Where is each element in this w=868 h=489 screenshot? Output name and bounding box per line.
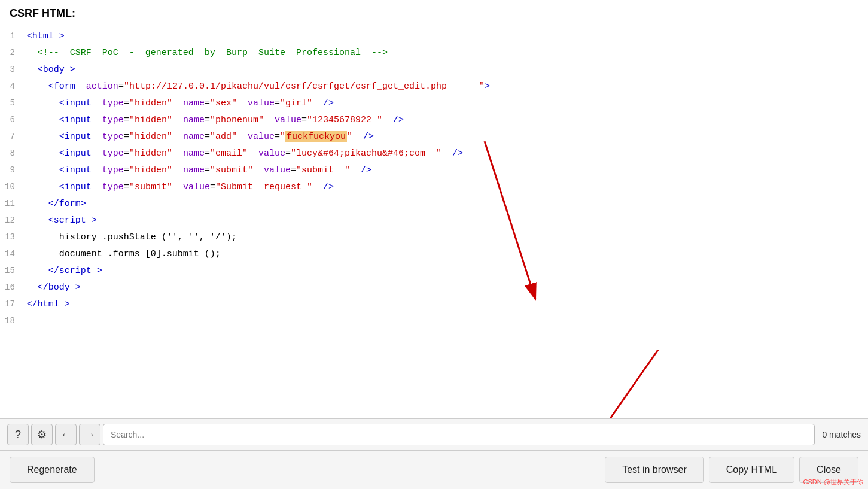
forward-button[interactable]: →: [79, 424, 100, 445]
line-content: <form action="http://127.0.0.1/pikachu/v…: [25, 80, 868, 97]
line-content: document .forms [0].submit ();: [25, 248, 868, 265]
table-row: 5 <input type="hidden" name="sex" value=…: [0, 97, 868, 114]
line-number: 3: [0, 63, 25, 80]
line-content: [25, 315, 868, 332]
line-content: </body >: [25, 281, 868, 298]
table-row: 10 <input type="submit" value="Submit re…: [0, 181, 868, 198]
line-number: 9: [0, 164, 25, 181]
settings-button[interactable]: ⚙: [31, 424, 53, 445]
table-row: 8 <input type="hidden" name="email" valu…: [0, 147, 868, 164]
match-count: 0 matches: [822, 430, 861, 439]
line-number: 5: [0, 97, 25, 114]
line-number: 15: [0, 265, 25, 281]
line-content: </script >: [25, 265, 868, 281]
test-in-browser-button[interactable]: Test in browser: [605, 457, 704, 483]
line-content: <input type="hidden" name="email" value=…: [25, 147, 868, 164]
line-number: 11: [0, 198, 25, 214]
table-row: 16 </body >: [0, 281, 868, 298]
line-content: <!-- CSRF PoC - generated by Burp Suite …: [25, 47, 868, 63]
table-row: 12 <script >: [0, 214, 868, 231]
page-title: CSRF HTML:: [0, 0, 868, 25]
code-table: 1<html >2 <!-- CSRF PoC - generated by B…: [0, 30, 868, 332]
table-row: 4 <form action="http://127.0.0.1/pikachu…: [0, 80, 868, 97]
table-row: 6 <input type="hidden" name="phonenum" v…: [0, 114, 868, 130]
table-row: 18: [0, 315, 868, 332]
line-number: 13: [0, 231, 25, 248]
line-content: history .pushState ('', '', '/');: [25, 231, 868, 248]
regenerate-button[interactable]: Regenerate: [10, 457, 95, 483]
line-number: 6: [0, 114, 25, 130]
line-number: 17: [0, 298, 25, 315]
back-button[interactable]: ←: [55, 424, 77, 445]
watermark: CSDN @世界关于你: [803, 478, 863, 487]
bottom-left-actions: Regenerate: [10, 457, 95, 483]
line-content: </html >: [25, 298, 868, 315]
table-row: 7 <input type="hidden" name="add" value=…: [0, 130, 868, 147]
table-row: 11 </form>: [0, 198, 868, 214]
line-content: <script >: [25, 214, 868, 231]
line-content: </form>: [25, 198, 868, 214]
line-content: <input type="hidden" name="sex" value="g…: [25, 97, 868, 114]
line-number: 4: [0, 80, 25, 97]
line-content: <input type="hidden" name="phonenum" val…: [25, 114, 868, 130]
line-number: 1: [0, 30, 25, 47]
table-row: 3 <body >: [0, 63, 868, 80]
toolbar: ? ⚙ ← → 0 matches: [0, 418, 868, 450]
table-row: 15 </script >: [0, 265, 868, 281]
line-number: 2: [0, 47, 25, 63]
line-number: 10: [0, 181, 25, 198]
line-number: 7: [0, 130, 25, 147]
table-row: 13 history .pushState ('', '', '/');: [0, 231, 868, 248]
table-row: 9 <input type="hidden" name="submit" val…: [0, 164, 868, 181]
line-content: <input type="hidden" name="submit" value…: [25, 164, 868, 181]
line-content: <input type="hidden" name="add" value="f…: [25, 130, 868, 147]
bottom-bar: Regenerate Test in browser Copy HTML Clo…: [0, 450, 868, 489]
line-number: 14: [0, 248, 25, 265]
table-row: 1<html >: [0, 30, 868, 47]
line-content: <html >: [25, 30, 868, 47]
line-content: <input type="submit" value="Submit reque…: [25, 181, 868, 198]
copy-html-button[interactable]: Copy HTML: [709, 457, 794, 483]
line-content: <body >: [25, 63, 868, 80]
line-number: 16: [0, 281, 25, 298]
search-input[interactable]: [103, 424, 815, 445]
table-row: 2 <!-- CSRF PoC - generated by Burp Suit…: [0, 47, 868, 63]
line-number: 18: [0, 315, 25, 332]
code-display: 1<html >2 <!-- CSRF PoC - generated by B…: [0, 25, 868, 418]
table-row: 14 document .forms [0].submit ();: [0, 248, 868, 265]
line-number: 12: [0, 214, 25, 231]
help-button[interactable]: ?: [7, 424, 29, 445]
line-number: 8: [0, 147, 25, 164]
table-row: 17</html >: [0, 298, 868, 315]
